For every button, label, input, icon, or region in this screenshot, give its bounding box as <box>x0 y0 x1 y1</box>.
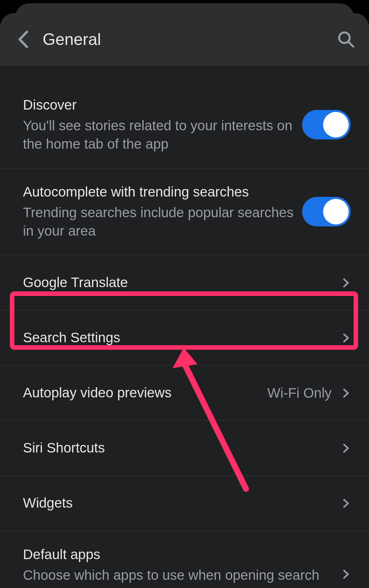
chevron-right-icon <box>341 333 351 343</box>
chevron-left-icon <box>17 30 29 49</box>
row-autoplay-video-previews[interactable]: Autoplay video previews Wi-Fi Only <box>0 366 369 421</box>
settings-sheet: General Discover You'll see stories rela… <box>0 13 369 588</box>
row-title: Widgets <box>23 494 341 513</box>
row-title: Default apps <box>23 545 341 564</box>
row-title: Autoplay video previews <box>23 384 267 402</box>
row-title: Discover <box>23 96 302 115</box>
row-text: Discover You'll see stories related to y… <box>23 96 302 154</box>
discover-toggle[interactable] <box>302 110 351 139</box>
page-title: General <box>43 30 336 49</box>
search-icon <box>337 30 355 49</box>
row-title: Autocomplete with trending searches <box>23 183 302 201</box>
row-text: Search Settings <box>23 328 341 347</box>
chevron-right-icon <box>341 499 351 508</box>
row-text: Siri Shortcuts <box>23 439 341 457</box>
row-search-settings[interactable]: Search Settings <box>0 310 369 366</box>
row-text: Google Translate <box>23 273 341 292</box>
toggle-knob <box>323 112 349 137</box>
row-autocomplete-trending[interactable]: Autocomplete with trending searches Tren… <box>0 168 369 255</box>
row-discover[interactable]: Discover You'll see stories related to y… <box>0 81 369 168</box>
chevron-right-icon <box>341 278 351 287</box>
row-description: Choose which apps to use when opening se… <box>23 566 341 588</box>
autocomplete-toggle[interactable] <box>302 197 351 226</box>
row-text: Autoplay video previews <box>23 384 267 402</box>
header-bar: General <box>0 13 369 66</box>
settings-list: Discover You'll see stories related to y… <box>0 66 369 588</box>
chevron-right-icon <box>341 570 351 579</box>
row-value: Wi-Fi Only <box>267 385 332 401</box>
row-title: Search Settings <box>23 328 341 347</box>
row-text: Default apps Choose which apps to use wh… <box>23 545 341 588</box>
row-description: Trending searches include popular search… <box>23 203 302 241</box>
row-google-translate[interactable]: Google Translate <box>0 255 369 310</box>
row-text: Widgets <box>23 494 341 513</box>
row-description: You'll see stories related to your inter… <box>23 116 302 154</box>
row-default-apps[interactable]: Default apps Choose which apps to use wh… <box>0 531 369 588</box>
row-title: Siri Shortcuts <box>23 439 341 457</box>
search-button[interactable] <box>336 30 356 49</box>
chevron-right-icon <box>341 444 351 453</box>
toggle-knob <box>323 199 349 224</box>
row-text: Autocomplete with trending searches Tren… <box>23 183 302 241</box>
row-siri-shortcuts[interactable]: Siri Shortcuts <box>0 421 369 476</box>
row-widgets[interactable]: Widgets <box>0 476 369 531</box>
chevron-right-icon <box>341 388 351 398</box>
back-button[interactable] <box>13 30 33 49</box>
svg-line-1 <box>348 42 353 47</box>
row-title: Google Translate <box>23 273 341 292</box>
